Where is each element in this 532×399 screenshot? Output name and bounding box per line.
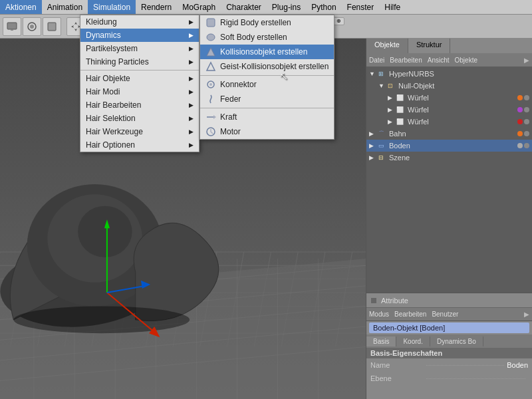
- sub-menu-feder[interactable]: Feder: [200, 92, 334, 106]
- sub-sep-1: [200, 75, 334, 76]
- dot-gray-1: [524, 95, 529, 100]
- simulation-menu[interactable]: Kleidung Dynamics Partikelsystem Thinkin…: [80, 15, 200, 152]
- tree-item-wurfel-1[interactable]: ▶ ⬜ Würfel: [366, 92, 532, 104]
- tree-dots-boden: [517, 143, 529, 148]
- menu-item-simulation[interactable]: Simulation: [88, 0, 136, 14]
- tree-item-wurfel-2[interactable]: ▶ ⬜ Würfel: [366, 104, 532, 116]
- sim-menu-hair-werkzeuge[interactable]: Hair Werkzeuge: [80, 125, 199, 138]
- attr-tab-basis[interactable]: Basis: [366, 336, 396, 346]
- sim-menu-hair-objekte[interactable]: Hair Objekte: [80, 72, 199, 85]
- sim-menu-dynamics[interactable]: Dynamics: [80, 29, 199, 42]
- toolbar-btn-1[interactable]: [3, 17, 21, 36]
- tree-item-null[interactable]: ▼ ⊡ Null-Objekt: [366, 80, 532, 92]
- attr-toolbar-benutzer[interactable]: Benutzer: [432, 311, 458, 318]
- menu-item-python[interactable]: Python: [306, 0, 341, 14]
- sub-menu-motor[interactable]: Motor: [200, 124, 334, 139]
- sub-menu-kollision[interactable]: Kollisionsobjekt erstellen: [200, 45, 334, 59]
- tree-arrow-w1: ▶: [388, 94, 394, 101]
- svg-marker-6: [71, 25, 80, 28]
- sim-menu-hair-selektion[interactable]: Hair Selektion: [80, 112, 199, 125]
- tab-objekte[interactable]: Objekte: [366, 39, 408, 53]
- objects-toolbar-datei[interactable]: Datei: [369, 57, 384, 64]
- sub-menu-konnektor[interactable]: Konnektor: [200, 77, 334, 92]
- svg-rect-73: [207, 19, 215, 27]
- sub-menu-motor-label: Motor: [220, 127, 241, 136]
- attr-tab-dynamics[interactable]: Dynamics Bo: [430, 336, 483, 346]
- rigid-body-icon: [205, 17, 216, 28]
- null-icon: ⊡: [385, 80, 396, 91]
- objects-panel-tabs: Objekte Struktur: [366, 39, 532, 53]
- attr-toolbar-arrow[interactable]: ▶: [524, 311, 529, 318]
- tree-item-boden[interactable]: ▶ ▭ Boden: [366, 140, 532, 152]
- sim-menu-hair-optionen[interactable]: Hair Optionen: [80, 138, 199, 152]
- tree-item-hypernurbs[interactable]: ▼ ⊞ HyperNURBS: [366, 68, 532, 80]
- tree-label-wurfel-3: Würfel: [408, 118, 517, 126]
- tree-arrow-boden: ▶: [369, 142, 376, 149]
- menu-item-animation[interactable]: Animation: [42, 0, 88, 14]
- attr-ebene-label: Ebene: [370, 374, 424, 382]
- right-panel: Objekte Struktur Datei Bearbeiten Ansich…: [366, 39, 532, 399]
- objects-panel-toolbar: Datei Bearbeiten Ansicht Objekte ▶: [366, 53, 532, 66]
- objects-toolbar-bearbeiten[interactable]: Bearbeiten: [390, 57, 422, 64]
- tree-item-szene[interactable]: ▶ ⊟ Szene: [366, 152, 532, 164]
- dot-gray-boden-2: [524, 143, 529, 148]
- sim-menu-kleidung[interactable]: Kleidung: [80, 15, 199, 29]
- sub-menu-geist-kollision[interactable]: Geist-Kollisionsobjekt erstellen: [200, 59, 334, 74]
- feder-icon: [205, 94, 216, 104]
- menu-item-aktionen[interactable]: Aktionen: [0, 0, 42, 14]
- menu-item-rendern[interactable]: Rendern: [136, 0, 177, 14]
- svg-point-66: [13, 306, 190, 333]
- objects-toolbar-ansicht[interactable]: Ansicht: [428, 57, 450, 64]
- svg-rect-0: [7, 23, 17, 29]
- sim-menu-hair-modi[interactable]: Hair Modi: [80, 85, 199, 98]
- menu-item-mograph[interactable]: MoGraph: [177, 0, 221, 14]
- toolbar-group-1: [3, 17, 61, 36]
- attr-toolbar-modus[interactable]: Modus: [369, 311, 389, 318]
- attr-header-icon: [370, 297, 377, 304]
- dot-gray-boden-1: [517, 143, 523, 148]
- toolbar-btn-2[interactable]: [23, 17, 41, 36]
- attr-name-value: Boden: [507, 361, 528, 369]
- sim-menu-hair-bearbeiten[interactable]: Hair Bearbeiten: [80, 98, 199, 112]
- svg-point-74: [207, 34, 215, 41]
- menu-item-fenster[interactable]: Fenster: [342, 0, 380, 14]
- menu-item-hilfe[interactable]: Hilfe: [379, 0, 406, 14]
- sim-menu-partikel[interactable]: Partikelsystem: [80, 42, 199, 55]
- tree-label-null: Null-Objekt: [398, 82, 532, 90]
- attributes-header: Attribute: [366, 293, 532, 308]
- svg-marker-80: [213, 115, 216, 119]
- attr-tab-koord[interactable]: Koord.: [396, 336, 430, 346]
- attr-name-dots: [426, 365, 504, 366]
- kraft-icon: [205, 112, 216, 122]
- tree-arrow-w2: ▶: [388, 106, 394, 113]
- cube-icon-1: ⬜: [394, 92, 405, 103]
- sub-menu-kraft[interactable]: Kraft: [200, 110, 334, 124]
- dot-gray-bahn: [524, 131, 529, 136]
- sub-menu-soft-body[interactable]: Soft Body erstellen: [200, 30, 334, 45]
- sub-menu-feder-label: Feder: [220, 94, 241, 104]
- tree-item-bahn[interactable]: ▶ ⌒ Bahn: [366, 128, 532, 140]
- tree-arrow-hypernurbs: ▼: [369, 70, 376, 77]
- hypernurbs-icon: ⊞: [376, 68, 386, 79]
- sub-sep-2: [200, 108, 334, 108]
- sub-menu-konnektor-label: Konnektor: [220, 80, 257, 89]
- sim-menu-thinking[interactable]: Thinking Particles: [80, 55, 199, 68]
- tab-struktur[interactable]: Struktur: [408, 39, 451, 53]
- objects-toolbar-objekte[interactable]: Objekte: [455, 57, 477, 64]
- tree-item-wurfel-3[interactable]: ▶ ⬜ Würfel: [366, 116, 532, 128]
- menu-item-plugins[interactable]: Plug-ins: [267, 0, 306, 14]
- dynamics-submenu[interactable]: Rigid Body erstellen Soft Body erstellen…: [200, 15, 334, 140]
- sub-menu-soft-label: Soft Body erstellen: [220, 33, 287, 42]
- menu-bar: Aktionen Animation Simulation Rendern Mo…: [0, 0, 532, 15]
- sub-menu-kraft-label: Kraft: [220, 112, 237, 122]
- toolbar-btn-3[interactable]: [43, 17, 61, 36]
- menu-item-charakter[interactable]: Charakter: [221, 0, 267, 14]
- dot-gray-2: [524, 107, 529, 112]
- tree-label-wurfel-1: Würfel: [408, 94, 517, 102]
- attr-name-label: Name: [370, 361, 424, 369]
- attr-toolbar-bearbeiten[interactable]: Bearbeiten: [394, 311, 426, 318]
- attributes-title: Attribute: [381, 297, 408, 305]
- dot-orange-1: [517, 95, 523, 100]
- objects-toolbar-arrow[interactable]: ▶: [524, 57, 529, 64]
- sub-menu-rigid-body[interactable]: Rigid Body erstellen: [200, 15, 334, 30]
